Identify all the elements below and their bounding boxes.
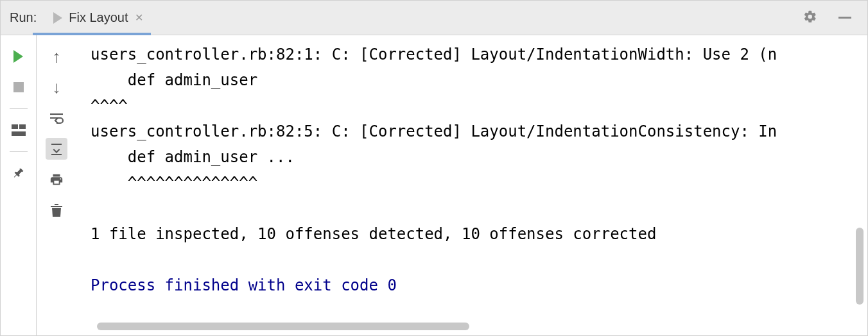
svg-rect-0 [12,124,18,129]
console-actions-column: ↑ ↓ [37,35,76,335]
console-line: users_controller.rb:82:1: C: [Corrected]… [91,42,867,67]
console-output[interactable]: users_controller.rb:82:1: C: [Corrected]… [91,42,867,323]
console-line: users_controller.rb:82:5: C: [Corrected]… [91,119,867,144]
console-line: Process finished with exit code 0 [91,273,867,298]
hide-button[interactable] [834,7,856,29]
tab-label: Fix Layout [69,10,128,25]
arrow-up-icon: ↑ [53,48,61,65]
up-stacktrace-button[interactable]: ↑ [46,46,67,67]
run-actions-column [1,35,37,335]
console-line: ^^^^^^^^^^^^^^ [91,170,867,196]
run-toolwindow-body: ↑ ↓ users_controller.rb:82:1: C: [Correc… [1,35,867,335]
stop-button[interactable] [8,76,30,98]
play-icon [53,12,62,24]
scroll-to-end-icon [49,142,64,156]
console-line: ^^^^ [91,93,867,119]
pin-icon [12,167,25,180]
separator [10,151,28,152]
clear-all-button[interactable] [46,199,67,221]
play-green-icon [13,50,23,63]
console-line [91,247,867,273]
svg-rect-1 [19,124,26,129]
horizontal-scrollbar-track[interactable] [91,323,855,330]
rerun-button[interactable] [8,46,30,67]
vertical-scrollbar[interactable] [856,228,864,305]
print-button[interactable] [46,169,67,190]
down-stacktrace-button[interactable]: ↓ [46,76,67,98]
close-icon[interactable]: ✕ [135,12,143,24]
run-toolwindow-header: Run: Fix Layout ✕ [1,1,867,35]
console-line: def admin_user ... [91,144,867,170]
scroll-to-end-button[interactable] [46,138,67,160]
minimize-icon [838,17,851,19]
console-area: users_controller.rb:82:1: C: [Corrected]… [76,35,867,335]
trash-icon [50,203,63,217]
run-config-tab[interactable]: Fix Layout ✕ [51,1,149,35]
print-icon [49,172,64,187]
stop-icon [13,82,24,92]
console-line: def admin_user [91,67,867,93]
soft-wrap-icon [49,112,64,124]
layout-button[interactable] [8,119,30,141]
pin-button[interactable] [8,162,30,184]
arrow-down-icon: ↓ [53,79,61,96]
horizontal-scrollbar-thumb[interactable] [97,323,469,330]
console-line: 1 file inspected, 10 offenses detected, … [91,221,867,247]
run-label: Run: [10,10,37,25]
svg-rect-2 [12,131,26,136]
console-line [91,196,867,221]
layout-icon [12,124,26,136]
gear-icon [803,10,817,26]
soft-wrap-button[interactable] [46,107,67,129]
separator [10,108,28,109]
settings-button[interactable] [799,7,821,29]
